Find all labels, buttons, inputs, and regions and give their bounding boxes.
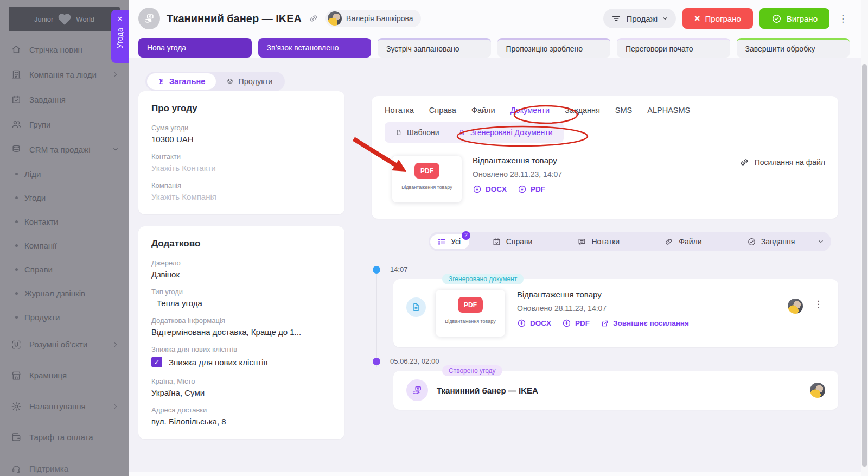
tab-activity[interactable]: Справа xyxy=(429,106,456,115)
subtab-generated-documents[interactable]: Згенеровані Документи xyxy=(451,125,560,140)
tab-files[interactable]: Файли xyxy=(471,106,495,115)
sidebar-item-settings[interactable]: Налаштування xyxy=(0,391,129,422)
tab-general[interactable]: Загальне xyxy=(147,73,216,90)
sidebar-subitem-companies[interactable]: Компанії xyxy=(0,233,129,257)
document-icon xyxy=(158,78,164,85)
check-circle-icon xyxy=(747,237,756,246)
sidebar-subitem-leads[interactable]: Ліди xyxy=(0,162,129,186)
pipeline-selector[interactable]: Продажі xyxy=(603,9,676,28)
gear-icon xyxy=(11,401,22,412)
sidebar-item-newsfeed[interactable]: Стрічка новин xyxy=(0,37,129,62)
sidebar-item-crm-sales[interactable]: CRM та продажі xyxy=(0,137,129,162)
sidebar-subitem-call-log[interactable]: Журнал дзвінків xyxy=(0,281,129,305)
stage-meeting-scheduled[interactable]: Зустріч заплановано xyxy=(378,38,491,58)
package-icon xyxy=(227,78,233,85)
sidebar-item-label: Підтримка xyxy=(29,464,68,473)
tab-note[interactable]: Нотатка xyxy=(385,106,414,115)
deal-amount-field[interactable]: 10300 UAH xyxy=(151,135,331,144)
download-pdf-link[interactable]: PDF xyxy=(562,319,590,328)
tab-documents[interactable]: Документи xyxy=(510,106,550,115)
tab-products[interactable]: Продукти xyxy=(216,73,283,90)
logo-text-left: Junior xyxy=(34,15,53,23)
sidebar-item-company-people[interactable]: Компанія та люди xyxy=(0,62,129,87)
stage-negotiation-started[interactable]: Переговори почато xyxy=(617,38,730,58)
deal-icon xyxy=(143,12,155,24)
more-menu-icon[interactable]: ⋮ xyxy=(836,13,850,24)
close-icon[interactable]: × xyxy=(117,14,123,23)
document-event-icon xyxy=(406,297,426,317)
stage-finish-processing[interactable]: Завершити обробку xyxy=(737,38,850,58)
link-icon[interactable] xyxy=(308,13,319,24)
tab-label: Загальне xyxy=(169,77,205,86)
pdf-thumbnail[interactable]: PDF Відвантаження товару xyxy=(392,156,462,202)
field-label: Додаткова інформація xyxy=(151,316,331,325)
won-button[interactable]: Виграно xyxy=(760,8,829,29)
timeline-dot xyxy=(373,266,380,274)
tab-sms[interactable]: SMS xyxy=(615,106,632,115)
sidebar-subitem-activities[interactable]: Справи xyxy=(0,257,129,281)
sidebar-subitem-deals[interactable]: Угоди xyxy=(0,186,129,210)
sidebar-item-billing[interactable]: Тариф та оплата xyxy=(0,422,129,453)
extra-info-field[interactable]: Відтермінована доставка, Краще до 1... xyxy=(151,327,331,337)
download-docx-link[interactable]: DOCX xyxy=(473,185,507,194)
deal-drawer-tab[interactable]: × Угода xyxy=(111,10,129,63)
stage-new-deal[interactable]: Нова угода xyxy=(138,38,252,58)
event-more-icon[interactable]: ⋮ xyxy=(812,299,825,310)
filter-activities[interactable]: Справи xyxy=(492,237,533,246)
subtab-label: Шаблони xyxy=(407,128,439,137)
sidebar-subitem-contacts[interactable]: Контакти xyxy=(0,210,129,233)
owner-name: Валерія Башкірова xyxy=(346,14,413,23)
filter-label: Нотатки xyxy=(591,237,620,246)
document-title: Відвантаження товару xyxy=(473,156,562,165)
field-label: Контакти xyxy=(151,153,331,161)
lost-label: Програно xyxy=(705,14,741,23)
chevron-down-icon xyxy=(662,15,668,22)
contacts-field[interactable]: Укажіть Контакти xyxy=(151,163,331,173)
sidebar-item-label: CRM та продажі xyxy=(29,145,90,154)
scrollbar-thumb[interactable] xyxy=(862,64,867,467)
filter-label: Усі xyxy=(451,237,461,246)
discount-checkbox-row[interactable]: ✓ Знижка для нових клієнтів xyxy=(151,357,331,367)
chevron-down-icon[interactable] xyxy=(818,238,824,245)
sidebar-subitem-products[interactable]: Продукти xyxy=(0,305,129,329)
pdf-thumbnail[interactable]: PDF Відвантаження товару xyxy=(436,290,505,337)
heart-logo-icon xyxy=(56,12,73,26)
stage-contact-established[interactable]: Зв’язок встановлено xyxy=(258,38,372,58)
filter-label: Файли xyxy=(679,237,701,246)
external-link[interactable]: Зовнішнє посилання xyxy=(601,319,689,328)
source-field[interactable]: Дзвінок xyxy=(151,270,331,279)
deal-type-field[interactable]: Тепла угода xyxy=(151,299,331,308)
filter-files[interactable]: Файли xyxy=(665,237,701,246)
tab-tasks[interactable]: Завдання xyxy=(565,106,600,115)
sidebar-item-store[interactable]: Крамниця xyxy=(0,360,129,391)
tab-label: Продукти xyxy=(238,77,272,86)
sidebar-subitem-label: Справи xyxy=(24,265,53,274)
filter-all[interactable]: Усі 2 xyxy=(430,234,469,249)
checkbox-checked-icon[interactable]: ✓ xyxy=(151,357,162,367)
download-pdf-link[interactable]: PDF xyxy=(518,185,545,194)
address-field[interactable]: вул. Білопільська, 8 xyxy=(151,417,331,426)
logo[interactable]: Junior World xyxy=(9,7,120,31)
card-title: Додатково xyxy=(151,238,331,249)
company-field[interactable]: Укажіть Компанія xyxy=(151,192,331,201)
sidebar-item-groups[interactable]: Групи xyxy=(0,112,129,137)
sidebar-item-support[interactable]: Підтримка xyxy=(0,453,129,476)
subtab-templates[interactable]: Шаблони xyxy=(388,125,447,140)
stage-proposal-made[interactable]: Пропозицію зроблено xyxy=(497,38,611,58)
filter-notes[interactable]: Нотатки xyxy=(577,237,620,246)
stack-icon xyxy=(11,144,22,155)
document-tabs: Нотатка Справа Файли Документи Завдання … xyxy=(385,106,825,115)
field-label: Адреса доставки xyxy=(151,406,331,414)
lost-button[interactable]: × Програно xyxy=(682,8,753,29)
tab-alphasms[interactable]: ALPHASMS xyxy=(647,106,690,115)
download-docx-link[interactable]: DOCX xyxy=(517,319,551,328)
location-field[interactable]: Україна, Суми xyxy=(151,388,331,397)
filter-tasks[interactable]: Завдання xyxy=(747,237,795,246)
sidebar-item-smart-objects[interactable]: Розумні об'єкти xyxy=(0,329,129,360)
extra-card: Додатково Джерело Дзвінок Тип угоди Тепл… xyxy=(138,226,344,439)
sidebar-item-tasks[interactable]: Завдання xyxy=(0,87,129,112)
filter-label: Завдання xyxy=(761,237,795,246)
file-link[interactable]: Посилання на файл xyxy=(739,156,825,168)
owner-pill[interactable]: Валерія Башкірова xyxy=(326,10,421,27)
sidebar-item-label: Компанія та люди xyxy=(29,70,97,79)
